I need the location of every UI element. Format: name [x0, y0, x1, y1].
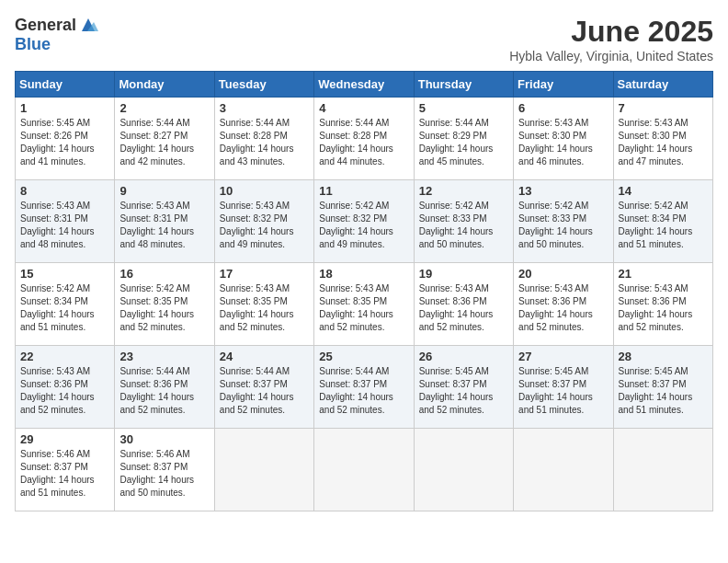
day-number: 5	[419, 101, 508, 115]
day-number: 13	[518, 184, 608, 198]
day-info: Sunrise: 5:43 AMSunset: 8:31 PMDaylight:…	[119, 200, 209, 251]
calendar-day-cell: 29Sunrise: 5:46 AMSunset: 8:37 PMDayligh…	[16, 429, 115, 511]
calendar-day-cell: 8Sunrise: 5:43 AMSunset: 8:31 PMDaylight…	[16, 180, 115, 263]
calendar-week-row: 15Sunrise: 5:42 AMSunset: 8:34 PMDayligh…	[16, 263, 713, 346]
day-info: Sunrise: 5:44 AMSunset: 8:28 PMDaylight:…	[220, 117, 309, 168]
day-number: 9	[119, 184, 209, 198]
calendar-week-row: 8Sunrise: 5:43 AMSunset: 8:31 PMDaylight…	[16, 180, 713, 263]
day-info: Sunrise: 5:44 AMSunset: 8:37 PMDaylight:…	[220, 365, 309, 417]
day-number: 11	[319, 184, 408, 198]
calendar-day-cell: 25Sunrise: 5:44 AMSunset: 8:37 PMDayligh…	[314, 346, 414, 429]
calendar-day-cell: 23Sunrise: 5:44 AMSunset: 8:36 PMDayligh…	[115, 346, 214, 429]
calendar-day-cell: 11Sunrise: 5:42 AMSunset: 8:32 PMDayligh…	[314, 180, 414, 263]
calendar-day-cell: 9Sunrise: 5:43 AMSunset: 8:31 PMDaylight…	[115, 180, 214, 263]
day-info: Sunrise: 5:45 AMSunset: 8:37 PMDaylight:…	[419, 365, 508, 417]
calendar-day-cell: 22Sunrise: 5:43 AMSunset: 8:36 PMDayligh…	[16, 346, 115, 429]
calendar-day-cell: 27Sunrise: 5:45 AMSunset: 8:37 PMDayligh…	[514, 346, 613, 429]
day-info: Sunrise: 5:43 AMSunset: 8:36 PMDaylight:…	[518, 282, 608, 334]
month-title: June 2025	[509, 15, 713, 49]
day-info: Sunrise: 5:42 AMSunset: 8:35 PMDaylight:…	[119, 282, 209, 334]
page-header: General Blue June 2025 Hybla Valley, Vir…	[15, 15, 713, 63]
day-number: 10	[220, 184, 309, 198]
day-info: Sunrise: 5:43 AMSunset: 8:35 PMDaylight:…	[220, 282, 309, 334]
day-info: Sunrise: 5:42 AMSunset: 8:32 PMDaylight:…	[319, 200, 408, 251]
header-tuesday: Tuesday	[214, 72, 313, 98]
day-info: Sunrise: 5:44 AMSunset: 8:29 PMDaylight:…	[419, 117, 508, 168]
calendar-day-cell	[214, 429, 313, 511]
logo: General Blue	[15, 15, 98, 54]
calendar-day-cell: 16Sunrise: 5:42 AMSunset: 8:35 PMDayligh…	[115, 263, 214, 346]
day-info: Sunrise: 5:43 AMSunset: 8:31 PMDaylight:…	[20, 200, 109, 251]
day-number: 20	[518, 267, 608, 281]
day-info: Sunrise: 5:43 AMSunset: 8:32 PMDaylight:…	[220, 200, 309, 251]
day-info: Sunrise: 5:44 AMSunset: 8:36 PMDaylight:…	[119, 365, 209, 417]
day-info: Sunrise: 5:42 AMSunset: 8:34 PMDaylight:…	[20, 282, 109, 334]
day-info: Sunrise: 5:45 AMSunset: 8:26 PMDaylight:…	[20, 117, 109, 168]
calendar-day-cell: 20Sunrise: 5:43 AMSunset: 8:36 PMDayligh…	[514, 263, 613, 346]
calendar-day-cell: 4Sunrise: 5:44 AMSunset: 8:28 PMDaylight…	[314, 98, 414, 180]
day-number: 25	[319, 350, 408, 363]
day-number: 4	[319, 101, 408, 115]
day-number: 17	[220, 267, 309, 281]
calendar-week-row: 22Sunrise: 5:43 AMSunset: 8:36 PMDayligh…	[16, 346, 713, 429]
calendar-day-cell: 14Sunrise: 5:42 AMSunset: 8:34 PMDayligh…	[613, 180, 712, 263]
day-info: Sunrise: 5:45 AMSunset: 8:37 PMDaylight:…	[619, 365, 708, 417]
calendar-day-cell: 3Sunrise: 5:44 AMSunset: 8:28 PMDaylight…	[214, 98, 313, 180]
location-text: Hybla Valley, Virginia, United States	[509, 49, 713, 63]
day-number: 3	[220, 101, 309, 115]
calendar-day-cell	[414, 429, 513, 511]
calendar-day-cell: 24Sunrise: 5:44 AMSunset: 8:37 PMDayligh…	[214, 346, 313, 429]
day-info: Sunrise: 5:43 AMSunset: 8:30 PMDaylight:…	[619, 117, 708, 168]
calendar-day-cell: 6Sunrise: 5:43 AMSunset: 8:30 PMDaylight…	[514, 98, 613, 180]
calendar-table: Sunday Monday Tuesday Wednesday Thursday…	[15, 71, 713, 511]
logo-icon	[78, 15, 98, 35]
day-number: 18	[319, 267, 408, 281]
day-info: Sunrise: 5:44 AMSunset: 8:27 PMDaylight:…	[119, 117, 209, 168]
day-number: 15	[20, 267, 109, 281]
calendar-day-cell: 28Sunrise: 5:45 AMSunset: 8:37 PMDayligh…	[613, 346, 712, 429]
calendar-week-row: 29Sunrise: 5:46 AMSunset: 8:37 PMDayligh…	[16, 429, 713, 511]
header-friday: Friday	[514, 72, 613, 98]
calendar-day-cell: 13Sunrise: 5:42 AMSunset: 8:33 PMDayligh…	[514, 180, 613, 263]
calendar-day-cell: 7Sunrise: 5:43 AMSunset: 8:30 PMDaylight…	[613, 98, 712, 180]
day-number: 29	[20, 432, 109, 446]
calendar-day-cell: 21Sunrise: 5:43 AMSunset: 8:36 PMDayligh…	[613, 263, 712, 346]
day-info: Sunrise: 5:43 AMSunset: 8:35 PMDaylight:…	[319, 282, 408, 334]
day-info: Sunrise: 5:42 AMSunset: 8:33 PMDaylight:…	[419, 200, 508, 251]
calendar-day-cell: 5Sunrise: 5:44 AMSunset: 8:29 PMDaylight…	[414, 98, 513, 180]
day-number: 23	[119, 350, 209, 363]
day-number: 8	[20, 184, 109, 198]
day-number: 30	[119, 432, 209, 446]
logo-blue-text: Blue	[15, 35, 51, 54]
day-number: 21	[619, 267, 708, 281]
calendar-day-cell: 15Sunrise: 5:42 AMSunset: 8:34 PMDayligh…	[16, 263, 115, 346]
logo-general-text: General	[15, 16, 76, 35]
header-wednesday: Wednesday	[314, 72, 414, 98]
calendar-day-cell	[314, 429, 414, 511]
day-info: Sunrise: 5:42 AMSunset: 8:33 PMDaylight:…	[518, 200, 608, 251]
calendar-day-cell: 26Sunrise: 5:45 AMSunset: 8:37 PMDayligh…	[414, 346, 513, 429]
day-number: 12	[419, 184, 508, 198]
day-info: Sunrise: 5:42 AMSunset: 8:34 PMDaylight:…	[619, 200, 708, 251]
title-section: June 2025 Hybla Valley, Virginia, United…	[509, 15, 713, 63]
day-info: Sunrise: 5:45 AMSunset: 8:37 PMDaylight:…	[518, 365, 608, 417]
day-info: Sunrise: 5:46 AMSunset: 8:37 PMDaylight:…	[119, 448, 209, 500]
day-info: Sunrise: 5:44 AMSunset: 8:28 PMDaylight:…	[319, 117, 408, 168]
day-number: 7	[619, 101, 708, 115]
day-info: Sunrise: 5:43 AMSunset: 8:36 PMDaylight:…	[20, 365, 109, 417]
calendar-day-cell: 17Sunrise: 5:43 AMSunset: 8:35 PMDayligh…	[214, 263, 313, 346]
header-saturday: Saturday	[613, 72, 712, 98]
day-info: Sunrise: 5:43 AMSunset: 8:30 PMDaylight:…	[518, 117, 608, 168]
day-number: 19	[419, 267, 508, 281]
day-number: 16	[119, 267, 209, 281]
calendar-day-cell	[613, 429, 712, 511]
day-number: 1	[20, 101, 109, 115]
calendar-header-row: Sunday Monday Tuesday Wednesday Thursday…	[16, 72, 713, 98]
calendar-week-row: 1Sunrise: 5:45 AMSunset: 8:26 PMDaylight…	[16, 98, 713, 180]
calendar-day-cell: 19Sunrise: 5:43 AMSunset: 8:36 PMDayligh…	[414, 263, 513, 346]
day-number: 27	[518, 350, 608, 363]
calendar-day-cell: 12Sunrise: 5:42 AMSunset: 8:33 PMDayligh…	[414, 180, 513, 263]
day-number: 6	[518, 101, 608, 115]
day-info: Sunrise: 5:43 AMSunset: 8:36 PMDaylight:…	[419, 282, 508, 334]
header-monday: Monday	[115, 72, 214, 98]
